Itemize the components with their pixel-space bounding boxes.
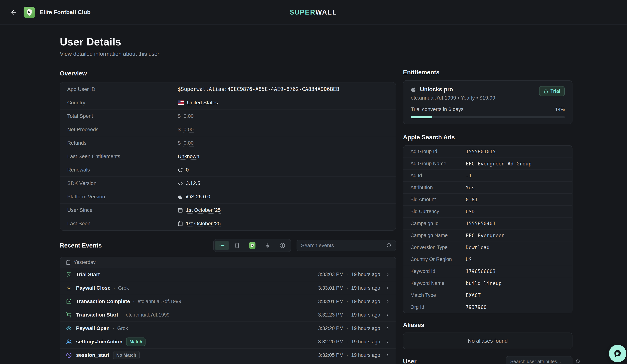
table-row: Total Spent $0.00	[60, 109, 396, 123]
country-value[interactable]: United States	[187, 100, 218, 106]
total-spent-value: 0.00	[184, 113, 194, 119]
back-button[interactable]	[8, 7, 19, 17]
filter-device-button[interactable]	[230, 241, 244, 250]
entitlement-card: Unlocks pro etc.annual.7df.1999 • Yearly…	[403, 80, 573, 124]
users-icon	[66, 339, 72, 345]
search-icon[interactable]	[575, 359, 580, 364]
net-proceeds-value[interactable]: 0.00	[184, 127, 194, 133]
dollar-sign-icon	[264, 243, 270, 248]
filter-list-button[interactable]	[215, 241, 229, 250]
table-row: Ad Group NameEFC Evergreen Ad Group	[403, 158, 572, 170]
topbar: Elite Football Club $UPERWALL	[0, 0, 627, 25]
dollar-prefix: $	[178, 127, 181, 133]
table-row: Country United States	[60, 96, 396, 109]
recent-events-heading: Recent Events	[60, 242, 213, 249]
event-row[interactable]: settingsJoinAction Match 3:32:20 PM·19 h…	[60, 335, 396, 348]
app-name: Elite Football Club	[40, 9, 91, 16]
renewals-value[interactable]: 0	[186, 167, 189, 173]
table-row: Ad Id-1	[403, 170, 572, 182]
table-row: AttributionYes	[403, 182, 572, 193]
chevron-right-icon	[385, 326, 390, 331]
timer-icon	[544, 89, 548, 94]
user-heading: User	[403, 358, 506, 364]
filter-revenue-button[interactable]	[260, 241, 274, 250]
apple-icon	[178, 194, 183, 199]
app-user-id-value: $SuperwallAlias:40EC9876-A85E-4AE9-8762-…	[178, 86, 339, 92]
user-since-value[interactable]: 1st October '25	[186, 207, 221, 213]
table-row: SDK Version 3.12.5	[60, 177, 396, 190]
table-row: Refunds $0.00	[60, 136, 396, 150]
calendar-icon	[178, 208, 183, 213]
dollar-prefix: $	[178, 113, 181, 119]
overview-table: App User ID $SuperwallAlias:40EC9876-A85…	[60, 82, 396, 230]
events-list: Yesterday Trial Start 3:33:03 PM·19 hour…	[60, 257, 396, 364]
event-row[interactable]: Transaction Complete ·etc.annual.7df.199…	[60, 295, 396, 308]
user-attributes-search-input[interactable]	[510, 359, 572, 364]
info-circle-icon	[280, 243, 285, 248]
table-row: Net Proceeds $0.00	[60, 123, 396, 136]
table-row: Last Seen Entitlements Unknown	[60, 150, 396, 163]
code-icon	[178, 181, 183, 186]
aliases-empty-state: No aliases found	[403, 332, 573, 349]
us-flag-icon	[178, 100, 184, 105]
trial-percent: 14%	[555, 107, 565, 112]
overview-heading: Overview	[60, 70, 396, 77]
table-row: App User ID $SuperwallAlias:40EC9876-A85…	[60, 83, 396, 96]
chevron-right-icon	[385, 312, 390, 318]
table-row: Ad Group Id1555801015	[403, 145, 572, 158]
entitlement-meta: etc.annual.7df.1999 • Yearly • $19.99	[411, 95, 495, 101]
page-subtitle: View detailed information about this use…	[60, 51, 396, 57]
shopping-cart-icon	[66, 312, 72, 318]
last-seen-value[interactable]: 1st October '25	[186, 221, 221, 227]
table-row: Keyword Namebuild lineup	[403, 277, 572, 289]
sdk-version-value: 3.12.5	[186, 180, 200, 186]
event-row[interactable]: Paywall Close ·Grok 3:33:01 PM·19 hours …	[60, 281, 396, 295]
table-row: Country Or RegionUS	[403, 253, 572, 265]
apple-icon	[411, 87, 416, 92]
table-row: Keyword Id1796566603	[403, 265, 572, 277]
smartphone-icon	[234, 243, 240, 248]
back-arrow-icon	[10, 9, 17, 16]
events-search	[297, 240, 396, 251]
table-row: Match TypeEXACT	[403, 289, 572, 301]
trial-progress-bar	[411, 116, 565, 118]
chevron-right-icon	[385, 285, 390, 291]
chevron-right-icon	[385, 299, 390, 304]
trial-progress-fill	[411, 116, 432, 118]
dollar-prefix: $	[178, 140, 181, 146]
entitlements-heading: Entitlements	[403, 69, 573, 76]
refresh-icon	[178, 167, 183, 173]
shopping-bag-icon	[66, 299, 72, 304]
last-seen-entitlements-value[interactable]: Unknown	[178, 153, 199, 159]
chat-bubble-icon	[613, 349, 622, 358]
refunds-value[interactable]: 0.00	[184, 140, 194, 146]
no-match-badge: No Match	[113, 351, 140, 359]
apple-search-ads-heading: Apple Search Ads	[403, 134, 573, 141]
chat-button[interactable]	[609, 345, 626, 362]
event-row[interactable]: Transaction Start ·etc.annual.7df.1999 3…	[60, 308, 396, 321]
event-filter-toolbar	[213, 239, 291, 252]
eye-icon	[66, 325, 72, 331]
events-search-input[interactable]	[301, 243, 386, 248]
hourglass-icon	[66, 272, 72, 277]
trial-converts-text: Trial converts in 6 days	[411, 106, 464, 112]
page-title: User Details	[60, 36, 396, 48]
trial-badge: Trial	[539, 86, 565, 96]
app-logo-icon	[249, 242, 256, 249]
filter-app-button[interactable]	[245, 241, 259, 250]
table-row: User Since 1st October '25	[60, 203, 396, 217]
table-row: Bid CurrencyUSD	[403, 205, 572, 217]
filter-info-button[interactable]	[275, 241, 289, 250]
main-column: User Details View detailed information a…	[60, 25, 396, 364]
event-row[interactable]: session_start No Match 3:32:05 PM·19 hou…	[60, 348, 396, 362]
table-row: Campaign NameEFC Evergreen	[403, 229, 572, 241]
table-row: Bid Amount0.81	[403, 193, 572, 205]
search-icon[interactable]	[386, 243, 392, 248]
recent-events-header: Recent Events	[60, 239, 396, 252]
event-row[interactable]: Trial Start 3:33:03 PM·19 hours ago	[60, 268, 396, 281]
event-row[interactable]: Paywall Open ·Grok 3:32:20 PM·19 hours a…	[60, 321, 396, 335]
match-badge: Match	[126, 337, 146, 346]
event-row[interactable]: Session Start 3:32:05 PM·19 hours ago	[60, 362, 396, 364]
user-section-header: User	[403, 356, 573, 364]
table-row: Last Seen 1st October '25	[60, 217, 396, 230]
